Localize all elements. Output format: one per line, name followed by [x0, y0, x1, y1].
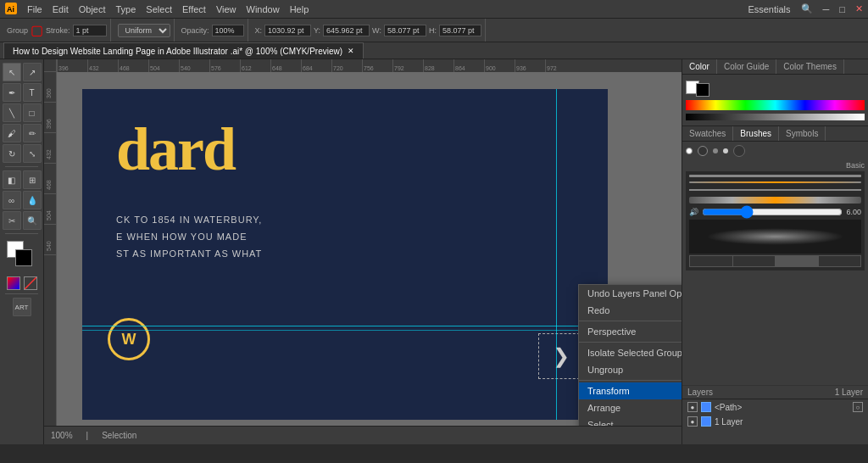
- direct-select-tool[interactable]: ↗: [23, 63, 42, 81]
- tab-color-guide[interactable]: Color Guide: [717, 59, 776, 74]
- artboard-tool[interactable]: ART: [13, 298, 31, 316]
- ctx-redo[interactable]: Redo: [579, 302, 682, 319]
- brush-size-icon: 🔊: [689, 208, 698, 216]
- w-input[interactable]: [384, 25, 426, 36]
- blend-tool[interactable]: ∞: [3, 191, 21, 209]
- color-spectrum[interactable]: [686, 100, 865, 110]
- eyedropper-tool[interactable]: 💧: [23, 191, 42, 209]
- color-bg[interactable]: [696, 83, 709, 97]
- close-btn[interactable]: ✕: [855, 3, 863, 14]
- shape-tool[interactable]: □: [23, 103, 42, 122]
- brush-dot-2[interactable]: [698, 146, 708, 156]
- layer-row-1[interactable]: ● <Path> ○: [682, 399, 868, 415]
- zoom-tool[interactable]: 🔍: [23, 211, 42, 230]
- brush-size-value: 6.00: [846, 208, 861, 216]
- menu-effect[interactable]: Effect: [182, 4, 206, 14]
- menu-view[interactable]: View: [216, 4, 236, 14]
- workspace-dropdown[interactable]: Essentials: [748, 4, 790, 14]
- arrow-symbol: ❯: [539, 334, 583, 378]
- color-btn[interactable]: [7, 276, 20, 290]
- pen-tool[interactable]: ✒: [3, 83, 21, 102]
- tick: 900: [484, 59, 515, 72]
- tool-section-group: Group ▢ Stroke:: [3, 19, 111, 42]
- opacity-input[interactable]: [212, 25, 244, 36]
- layers-title: Layers: [687, 388, 713, 397]
- ruler-top: 396 432 468 504 540 576 612 648 684 720 …: [57, 59, 682, 72]
- document-tab[interactable]: How to Design Website Landing Page in Ad…: [3, 42, 364, 59]
- search-icon[interactable]: 🔍: [801, 3, 813, 14]
- ctx-sep-3: [579, 380, 682, 381]
- menu-ai[interactable]: Ai: [5, 3, 17, 16]
- brush-dot-3[interactable]: [713, 148, 718, 153]
- tab-close-icon[interactable]: ✕: [348, 47, 354, 55]
- tick: 792: [392, 59, 423, 72]
- tab-swatches[interactable]: Swatches: [682, 126, 733, 141]
- brush-dot-1[interactable]: [686, 148, 693, 154]
- rotate-tool[interactable]: ↻: [3, 144, 21, 163]
- mesh-tool[interactable]: ⊞: [23, 170, 42, 189]
- main-area: ↖ ↗ ✒ T ╲ □ 🖌 ✏ ↻ ⤡ ◧ ⊞ ∞ 💧 ✂ 🔍: [0, 59, 868, 444]
- y-input[interactable]: [323, 25, 370, 36]
- maximize-btn[interactable]: □: [839, 4, 845, 14]
- line-tool[interactable]: ╲: [3, 103, 21, 122]
- brush-size-slider[interactable]: [702, 209, 843, 215]
- paintbrush-tool[interactable]: 🖌: [3, 124, 21, 142]
- ctx-undo-layers[interactable]: Undo Layers Panel Options: [579, 285, 682, 302]
- tab-brushes[interactable]: Brushes: [733, 126, 779, 141]
- tab-symbols[interactable]: Symbols: [779, 126, 826, 141]
- color-brightness[interactable]: [686, 114, 865, 120]
- layer-visibility-icon[interactable]: ●: [687, 402, 698, 412]
- stroke-color-box[interactable]: [15, 249, 32, 266]
- tab-color-themes[interactable]: Color Themes: [776, 59, 844, 74]
- tab-bar: How to Design Website Landing Page in Ad…: [0, 42, 868, 59]
- tab-color[interactable]: Color: [682, 59, 717, 74]
- layer-2-visibility-icon[interactable]: ●: [687, 416, 698, 427]
- layers-count: 1 Layer: [835, 388, 863, 397]
- menu-type[interactable]: Type: [116, 4, 136, 14]
- menu-file[interactable]: File: [27, 4, 42, 14]
- selection-tool[interactable]: ↖: [3, 63, 21, 81]
- x-input[interactable]: [264, 25, 311, 36]
- uniform-select[interactable]: Uniform: [118, 24, 170, 37]
- layer-2-color: [701, 416, 711, 427]
- tick: 684: [301, 59, 331, 72]
- layer-color-indicator: [701, 402, 711, 412]
- menu-help[interactable]: Help: [290, 4, 309, 14]
- scale-tool[interactable]: ⤡: [23, 144, 42, 163]
- tick: 396: [57, 59, 87, 72]
- brushes-section: Swatches Brushes Symbols Basic: [682, 126, 868, 385]
- tick: 864: [453, 59, 484, 72]
- ctx-arrange[interactable]: Arrange ▶: [579, 399, 682, 416]
- h-input[interactable]: [439, 25, 481, 36]
- ctx-ungroup[interactable]: Ungroup: [579, 361, 682, 378]
- menu-object[interactable]: Object: [79, 4, 106, 14]
- menu-select[interactable]: Select: [146, 4, 172, 14]
- brush-dot-4[interactable]: [723, 148, 728, 153]
- gradient-tool[interactable]: ◧: [3, 170, 21, 189]
- brush-dot-5[interactable]: [733, 145, 745, 157]
- zoom-level[interactable]: 100%: [51, 431, 73, 440]
- menu-window[interactable]: Window: [247, 4, 280, 14]
- menu-edit[interactable]: Edit: [53, 4, 69, 14]
- ctx-arrange-label: Arrange: [587, 403, 620, 413]
- stroke-input[interactable]: [73, 25, 107, 36]
- w-label: W:: [372, 26, 381, 35]
- ctx-select[interactable]: Select ▶: [579, 416, 682, 426]
- tick: 576: [209, 59, 240, 72]
- tick: 828: [423, 59, 453, 72]
- color-tools: [2, 241, 42, 290]
- type-tool[interactable]: T: [23, 83, 42, 102]
- none-btn[interactable]: [24, 276, 37, 290]
- brush-stroke-2: [689, 181, 861, 183]
- ctx-transform[interactable]: Transform ▶: [579, 382, 682, 399]
- layer-lock-icon[interactable]: ○: [853, 402, 863, 412]
- scissors-tool[interactable]: ✂: [3, 211, 21, 230]
- canvas-document: dard CK TO 1854 IN WATERBURY, E WHEN HOW…: [82, 89, 608, 420]
- ctx-isolate[interactable]: Isolate Selected Group: [579, 344, 682, 361]
- guide-vertical: [556, 89, 557, 420]
- ctx-perspective[interactable]: Perspective ▶: [579, 323, 682, 340]
- layer-row-2[interactable]: ● 1 Layer: [682, 415, 868, 428]
- canvas-area[interactable]: dard CK TO 1854 IN WATERBURY, E WHEN HOW…: [57, 72, 682, 426]
- pencil-tool[interactable]: ✏: [23, 124, 42, 142]
- minimize-btn[interactable]: ─: [823, 4, 830, 14]
